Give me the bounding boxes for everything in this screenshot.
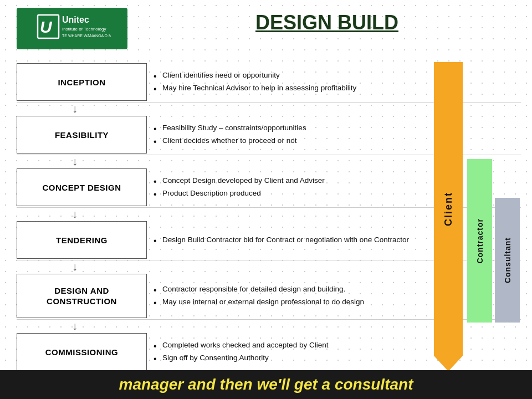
bullet-concept-1: Concept Design developed by Client and A…: [152, 175, 519, 187]
svg-text:TE WHARE WĀNANGA O MAIRAKA: TE WHARE WĀNANGA O MAIRAKA: [62, 34, 111, 38]
page-title: DESIGN BUILD: [155, 11, 499, 34]
svg-text:Unitec: Unitec: [62, 15, 89, 24]
arrow-5: ↓: [72, 320, 78, 332]
bullet-dc-2: May use internal or external design prof…: [152, 296, 519, 309]
bullet-feasibility-1: Feasibility Study – constraints/opportun…: [152, 122, 519, 135]
consultant-bar-label: Consultant: [503, 237, 512, 283]
phase-inception: INCEPTION: [58, 78, 105, 87]
arrow-4: ↓: [72, 260, 78, 273]
phase-concept-design: CONCEPT DESIGN: [42, 183, 121, 192]
client-arrow: [434, 356, 463, 371]
unitec-logo: U Unitec Institute of Technology TE WHAR…: [17, 8, 127, 49]
bullet-comm-2: Sign off by Consenting Authority: [152, 352, 519, 365]
phase-tendering: TENDERING: [56, 236, 108, 245]
contractor-bar-label: Contractor: [475, 218, 484, 264]
phase-commissioning: COMMISSIONING: [45, 347, 119, 357]
svg-text:U: U: [40, 18, 53, 36]
bullet-feasibility-2: Client decides whether to proceed or not: [152, 135, 519, 147]
phase-design-construction: DESIGN ANDCONSTRUCTION: [47, 285, 117, 307]
bullet-tendering-1: Design Build Contractor bid for Contract…: [152, 234, 519, 247]
client-bar-label: Client: [443, 192, 454, 226]
arrow-3: ↓: [72, 208, 78, 221]
bullet-dc-1: Contractor responsible for detailed desi…: [152, 283, 519, 296]
subtitle-text: manager and then we'll get a consultant: [119, 376, 413, 393]
bullet-inception-1: Client identifies need or opportunity: [152, 69, 519, 82]
subtitle-bar: manager and then we'll get a consultant: [0, 370, 532, 399]
contractor-bar: Contractor: [467, 159, 492, 323]
bullet-inception-2: May hire Technical Advisor to help in as…: [152, 82, 519, 95]
arrow-1: ↓: [72, 103, 78, 115]
phase-feasibility: FEASIBILITY: [55, 130, 109, 140]
svg-text:Institute of Technology: Institute of Technology: [62, 27, 106, 32]
bullet-concept-2: Product Description produced: [152, 187, 519, 200]
bullet-comm-1: Completed works checked and accepted by …: [152, 339, 519, 352]
client-bar: Client: [434, 62, 463, 356]
arrow-2: ↓: [72, 155, 78, 168]
consultant-bar: Consultant: [495, 198, 520, 323]
